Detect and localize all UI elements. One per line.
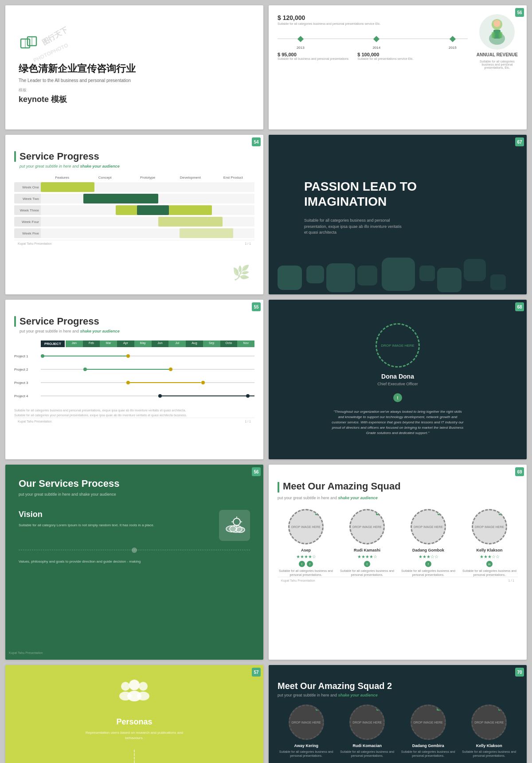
ceo-name: Dona Dona: [381, 373, 414, 380]
svg-rect-8: [492, 32, 495, 38]
member-badge-2: YY: [376, 511, 383, 515]
footer-page-timeline: 1 / 1: [245, 420, 251, 423]
annual-revenue-desc: Suitable for all categories business and…: [479, 60, 515, 69]
gantt-header-dev: Development: [169, 176, 211, 180]
project-label-2: Project 2: [14, 368, 41, 372]
revenue-avatar: [479, 14, 515, 50]
svg-point-22: [139, 682, 148, 691]
revenue-amount-2: $ 95,000: [278, 52, 348, 57]
bubble-4: [357, 266, 377, 286]
slide-squad: 69 Meet Our Amazing Squad put your great…: [269, 465, 527, 660]
member-name-4: Kelly Klakson: [476, 548, 502, 552]
year-2015: 2015: [449, 46, 457, 50]
services-footer: Kupat Tahu Presentation: [9, 651, 43, 654]
month-oct: Octo: [220, 340, 238, 347]
timeline-footer-text: Suitable for all categories business and…: [14, 408, 254, 418]
gantt-label-5: Week Five: [14, 228, 41, 238]
gantt-row-5: Week Five: [14, 228, 254, 238]
project-line-3: [126, 382, 201, 383]
squad2-desc-2: Suitable for all categories business and…: [339, 750, 396, 758]
bubble-8: [464, 259, 486, 281]
twitter-icon: t: [393, 393, 402, 402]
squad2-desc-4: Suitable for all categories business and…: [461, 750, 518, 758]
squad2-avatar-3: DROP IMAGE HERE YY: [411, 704, 446, 740]
passion-subtitle: Suitable for all categories business and…: [304, 218, 402, 236]
squad2-name-4: Kelly Klakson: [476, 743, 502, 748]
squad-member-2: DROP IMAGE HERE YY Rudi Kamashi ★★★★☆ t …: [339, 509, 395, 577]
keynote-label: keynote 模板: [19, 94, 250, 105]
project-dot-end-4: [246, 394, 250, 398]
footer-left-timeline: Kupat Tahu Presentation: [18, 420, 52, 423]
bubble-1: [278, 266, 302, 290]
squad-subtitle: put your great subtitle in here and shak…: [278, 496, 518, 500]
month-jan: Jan: [66, 340, 83, 347]
bubble-5: [382, 258, 415, 291]
revenue-desc-2: Suitable for all business and personal p…: [278, 57, 348, 60]
member-avatar-3: DROP IMAGE HERE 76: [411, 509, 446, 544]
revenue-amount-large: $ 120,000: [278, 14, 468, 21]
project-track-1: [41, 356, 254, 356]
project-dot-start-2: [83, 368, 87, 371]
vision-icon-box: [219, 510, 250, 541]
squad2-badge-2: 90: [376, 707, 383, 711]
squad2-avatar-2: DROP IMAGE HERE 90: [349, 704, 385, 740]
social-link-4: in: [486, 561, 493, 567]
project-track-4: [41, 395, 254, 396]
vision-text: Vision Suitable for all category Lorem I…: [19, 510, 210, 528]
project-dot-start-3: [126, 381, 130, 384]
squad-member-4: DROP IMAGE HERE 76 Kelly Klakson ★★★☆☆ i…: [461, 509, 518, 577]
svg-point-20: [129, 680, 140, 690]
member-desc-4: Suitable for all categories business and…: [461, 569, 518, 577]
social-twitter-2: t: [364, 561, 370, 567]
gantt-title-bar: Service Progress: [14, 151, 254, 162]
gantt-label-4: Week Four: [14, 217, 41, 227]
gantt-bar-2: [83, 194, 158, 203]
project-dot-start-4: [158, 394, 162, 398]
member-desc-3: Suitable for all categories business and…: [400, 569, 457, 577]
squad2-desc-3: Suitable for all categories business and…: [399, 750, 457, 758]
vertical-dashed-line: [134, 750, 135, 763]
slide-number-passion: 67: [515, 137, 524, 146]
member-stars-1: ★★★★☆: [296, 554, 316, 559]
svg-point-10: [233, 518, 240, 525]
project-dot-end-2: [169, 368, 172, 371]
cover-subtitle-en: The Leader to the All business and perso…: [19, 78, 250, 83]
gantt-label-1: Week One: [14, 182, 41, 192]
social-twitter-1: t: [299, 561, 305, 567]
member-avatar-2: DROP IMAGE HERE YY: [349, 509, 385, 544]
project-dot-start-1: [41, 354, 44, 358]
squad2-avatar-1: DROP IMAGE HERE 90: [289, 704, 324, 740]
project-track-3: [41, 382, 254, 383]
svg-point-23: [137, 692, 149, 700]
slide-personas: 57 Personas Representation users based o…: [5, 665, 263, 763]
gantt-header-features: Features: [41, 176, 83, 180]
member-stars-2: ★★★★☆: [357, 554, 377, 559]
year-2013: 2013: [297, 46, 305, 50]
gantt-track-5: [41, 228, 254, 238]
bubble-2: [306, 266, 324, 283]
bubble-7: [437, 268, 462, 292]
svg-rect-9: [499, 32, 502, 38]
slide-number-personas: 57: [252, 668, 261, 677]
squad2-grid: DROP IMAGE HERE 90 Away Kering Suitable …: [278, 704, 518, 758]
member-avatar-4: DROP IMAGE HERE 76: [472, 509, 507, 544]
squad2-subtitle: put your great subtitle in here and shak…: [278, 693, 518, 697]
footer-left-squad: Kupat Tahu Presentation: [281, 579, 315, 582]
cover-title-zh: 绿色清新企业宣传咨询行业: [19, 62, 250, 75]
squad-member-3: DROP IMAGE HERE 76 Dadang Gombok ★★★☆☆ f…: [400, 509, 457, 577]
squad-title: Meet Our Amazing Squad: [283, 481, 401, 492]
timeline-subtitle: put your great subtitle in here and shak…: [14, 329, 254, 333]
member-stars-3: ★★★☆☆: [419, 554, 438, 559]
squad-member-1: DROP IMAGE HERE 90 Asep ★★★★☆ t f Suitab…: [278, 509, 334, 577]
timeline-title-bar: Service Progress: [14, 316, 254, 327]
slide-number-squad2: 70: [515, 668, 524, 677]
slide-footer-timeline: Kupat Tahu Presentation 1 / 1: [14, 418, 254, 425]
squad-title-bar: Meet Our Amazing Squad: [278, 481, 518, 494]
month-nov: Nov: [237, 340, 254, 347]
gantt-track-4: [41, 217, 254, 227]
slide-number-services: 56: [252, 467, 261, 476]
passion-bubbles: [269, 232, 527, 294]
services-title: Our Services Process: [19, 478, 250, 489]
footer-page-squad: 1 / 1: [508, 579, 514, 582]
personas-desc: Representation users based on research a…: [81, 730, 188, 741]
